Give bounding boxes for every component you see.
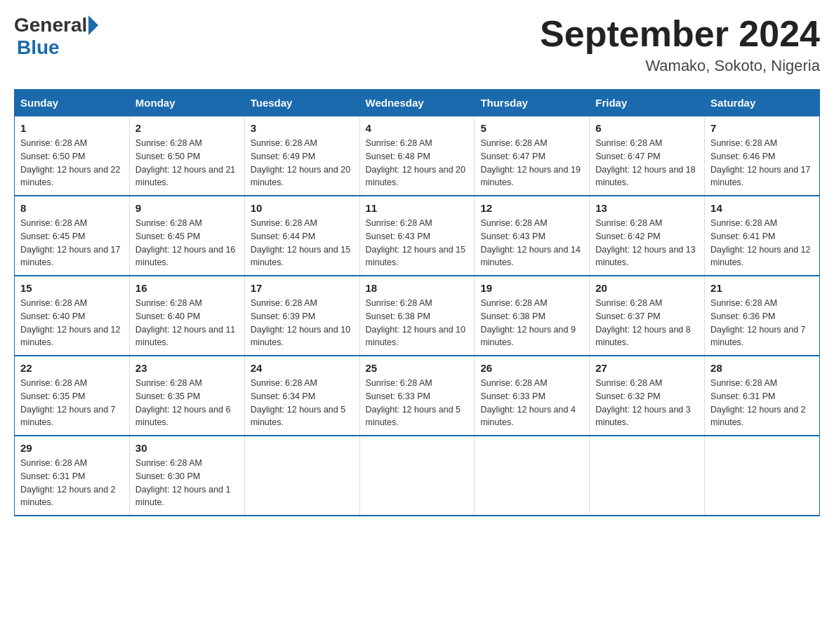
daylight-label: Daylight: 12 hours and 2 minutes. [710, 405, 806, 428]
calendar-day-cell: 27 Sunrise: 6:28 AM Sunset: 6:32 PM Dayl… [590, 356, 705, 436]
sunset-label: Sunset: 6:50 PM [135, 152, 200, 161]
sunrise-label: Sunrise: 6:28 AM [595, 138, 662, 148]
calendar-day-cell: 5 Sunrise: 6:28 AM Sunset: 6:47 PM Dayli… [475, 116, 590, 196]
calendar-day-cell: 20 Sunrise: 6:28 AM Sunset: 6:37 PM Dayl… [590, 276, 705, 356]
logo-blue: Blue [17, 36, 60, 58]
day-number: 25 [366, 362, 469, 374]
day-info: Sunrise: 6:28 AM Sunset: 6:46 PM Dayligh… [710, 137, 814, 189]
sunset-label: Sunset: 6:39 PM [251, 311, 315, 321]
sunset-label: Sunset: 6:38 PM [366, 311, 430, 321]
day-number: 10 [251, 202, 354, 214]
sunrise-label: Sunrise: 6:28 AM [710, 378, 777, 388]
calendar-day-cell: 29 Sunrise: 6:28 AM Sunset: 6:31 PM Dayl… [15, 436, 130, 516]
daylight-label: Daylight: 12 hours and 3 minutes. [595, 405, 691, 428]
calendar-day-cell: 2 Sunrise: 6:28 AM Sunset: 6:50 PM Dayli… [129, 116, 244, 196]
day-info: Sunrise: 6:28 AM Sunset: 6:36 PM Dayligh… [710, 297, 814, 349]
daylight-label: Daylight: 12 hours and 16 minutes. [135, 245, 235, 268]
day-number: 22 [20, 362, 124, 374]
calendar-day-cell: 23 Sunrise: 6:28 AM Sunset: 6:35 PM Dayl… [129, 356, 244, 436]
calendar-day-cell [705, 436, 820, 516]
sunset-label: Sunset: 6:31 PM [20, 471, 85, 481]
day-info: Sunrise: 6:28 AM Sunset: 6:43 PM Dayligh… [366, 217, 469, 269]
header-tuesday: Tuesday [244, 90, 359, 116]
logo-text: General [14, 14, 100, 36]
calendar-day-cell [359, 436, 475, 516]
sunset-label: Sunset: 6:43 PM [480, 232, 545, 241]
title-block: September 2024 Wamako, Sokoto, Nigeria [540, 14, 820, 75]
calendar-day-cell: 6 Sunrise: 6:28 AM Sunset: 6:47 PM Dayli… [590, 116, 705, 196]
calendar-day-cell: 25 Sunrise: 6:28 AM Sunset: 6:33 PM Dayl… [359, 356, 475, 436]
daylight-label: Daylight: 12 hours and 12 minutes. [20, 325, 120, 348]
daylight-label: Daylight: 12 hours and 15 minutes. [366, 245, 465, 268]
header-saturday: Saturday [705, 90, 820, 116]
calendar-day-cell: 15 Sunrise: 6:28 AM Sunset: 6:40 PM Dayl… [15, 276, 130, 356]
logo: General Blue [14, 14, 100, 59]
day-info: Sunrise: 6:28 AM Sunset: 6:31 PM Dayligh… [710, 377, 814, 429]
calendar-day-cell: 22 Sunrise: 6:28 AM Sunset: 6:35 PM Dayl… [15, 356, 130, 436]
daylight-label: Daylight: 12 hours and 7 minutes. [710, 325, 806, 348]
day-number: 3 [251, 122, 354, 134]
sunset-label: Sunset: 6:32 PM [595, 391, 660, 401]
sunrise-label: Sunrise: 6:28 AM [480, 218, 547, 228]
sunset-label: Sunset: 6:44 PM [251, 232, 315, 241]
day-info: Sunrise: 6:28 AM Sunset: 6:33 PM Dayligh… [366, 377, 469, 429]
sunset-label: Sunset: 6:46 PM [710, 152, 775, 161]
day-info: Sunrise: 6:28 AM Sunset: 6:49 PM Dayligh… [251, 137, 354, 189]
day-info: Sunrise: 6:28 AM Sunset: 6:44 PM Dayligh… [251, 217, 354, 269]
daylight-label: Daylight: 12 hours and 9 minutes. [480, 325, 576, 348]
daylight-label: Daylight: 12 hours and 6 minutes. [135, 405, 231, 428]
day-number: 6 [595, 122, 699, 134]
calendar-day-cell: 26 Sunrise: 6:28 AM Sunset: 6:33 PM Dayl… [475, 356, 590, 436]
calendar-day-cell: 21 Sunrise: 6:28 AM Sunset: 6:36 PM Dayl… [705, 276, 820, 356]
daylight-label: Daylight: 12 hours and 2 minutes. [20, 485, 116, 508]
day-number: 4 [366, 122, 469, 134]
sunrise-label: Sunrise: 6:28 AM [20, 378, 87, 388]
day-info: Sunrise: 6:28 AM Sunset: 6:33 PM Dayligh… [480, 377, 583, 429]
day-info: Sunrise: 6:28 AM Sunset: 6:37 PM Dayligh… [595, 297, 699, 349]
header-wednesday: Wednesday [359, 90, 475, 116]
page-header: General Blue September 2024 Wamako, Soko… [14, 14, 820, 75]
day-number: 23 [135, 362, 239, 374]
daylight-label: Daylight: 12 hours and 15 minutes. [251, 245, 350, 268]
day-info: Sunrise: 6:28 AM Sunset: 6:50 PM Dayligh… [20, 137, 124, 189]
logo-general: General [14, 14, 87, 36]
calendar-week-row: 8 Sunrise: 6:28 AM Sunset: 6:45 PM Dayli… [15, 196, 820, 276]
calendar-week-row: 29 Sunrise: 6:28 AM Sunset: 6:31 PM Dayl… [15, 436, 820, 516]
sunrise-label: Sunrise: 6:28 AM [480, 298, 547, 308]
sunset-label: Sunset: 6:38 PM [480, 311, 545, 321]
calendar-day-cell: 4 Sunrise: 6:28 AM Sunset: 6:48 PM Dayli… [359, 116, 475, 196]
sunset-label: Sunset: 6:45 PM [135, 232, 200, 241]
sunset-label: Sunset: 6:48 PM [366, 152, 430, 161]
day-info: Sunrise: 6:28 AM Sunset: 6:30 PM Dayligh… [135, 457, 239, 509]
sunset-label: Sunset: 6:36 PM [710, 311, 775, 321]
sunset-label: Sunset: 6:35 PM [135, 391, 200, 401]
sunrise-label: Sunrise: 6:28 AM [20, 298, 87, 308]
month-year-title: September 2024 [540, 14, 820, 54]
sunrise-label: Sunrise: 6:28 AM [595, 378, 662, 388]
sunset-label: Sunset: 6:33 PM [480, 391, 545, 401]
daylight-label: Daylight: 12 hours and 14 minutes. [480, 245, 580, 268]
day-info: Sunrise: 6:28 AM Sunset: 6:47 PM Dayligh… [480, 137, 583, 189]
calendar-day-cell [475, 436, 590, 516]
daylight-label: Daylight: 12 hours and 5 minutes. [251, 405, 346, 428]
day-number: 29 [20, 442, 124, 454]
daylight-label: Daylight: 12 hours and 5 minutes. [366, 405, 461, 428]
sunrise-label: Sunrise: 6:28 AM [595, 298, 662, 308]
day-info: Sunrise: 6:28 AM Sunset: 6:45 PM Dayligh… [135, 217, 239, 269]
day-number: 20 [595, 282, 699, 294]
day-number: 17 [251, 282, 354, 294]
sunset-label: Sunset: 6:40 PM [20, 311, 85, 321]
day-info: Sunrise: 6:28 AM Sunset: 6:40 PM Dayligh… [20, 297, 124, 349]
sunset-label: Sunset: 6:35 PM [20, 391, 85, 401]
calendar-day-cell: 16 Sunrise: 6:28 AM Sunset: 6:40 PM Dayl… [129, 276, 244, 356]
sunrise-label: Sunrise: 6:28 AM [251, 218, 317, 228]
sunrise-label: Sunrise: 6:28 AM [20, 458, 87, 468]
sunrise-label: Sunrise: 6:28 AM [366, 218, 432, 228]
sunrise-label: Sunrise: 6:28 AM [480, 378, 547, 388]
calendar-week-row: 22 Sunrise: 6:28 AM Sunset: 6:35 PM Dayl… [15, 356, 820, 436]
calendar-day-cell: 11 Sunrise: 6:28 AM Sunset: 6:43 PM Dayl… [359, 196, 475, 276]
day-info: Sunrise: 6:28 AM Sunset: 6:45 PM Dayligh… [20, 217, 124, 269]
calendar-day-cell [590, 436, 705, 516]
sunrise-label: Sunrise: 6:28 AM [135, 458, 202, 468]
sunset-label: Sunset: 6:50 PM [20, 152, 85, 161]
